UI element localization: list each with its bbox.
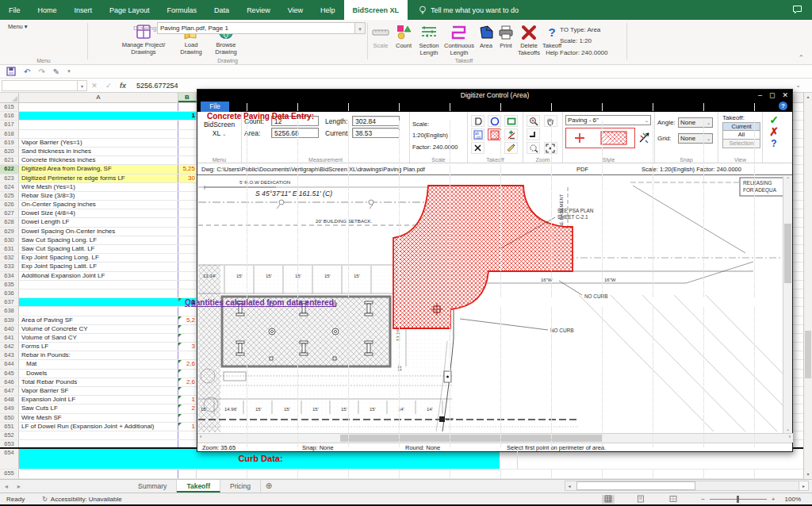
cell-a621[interactable]: Concrete thickness inches xyxy=(19,156,178,164)
cell-b628[interactable] xyxy=(178,218,197,226)
delete-takeoffs-button[interactable]: Delete Takeoffs xyxy=(515,23,542,56)
cell-a629[interactable]: Dowel Spacing On-Center inches xyxy=(19,228,178,236)
ribbon-tab-help[interactable]: Help xyxy=(312,0,344,20)
cell-a633[interactable]: Exp Joint Spacing Latit. LF xyxy=(19,263,178,270)
row-header-645[interactable]: 645 xyxy=(0,370,19,378)
menu-dropdown-button[interactable]: Menu ▾ xyxy=(8,24,28,30)
zoom-out-button[interactable]: − xyxy=(701,496,705,503)
cell-b646[interactable]: 2,6 xyxy=(178,378,197,386)
ribbon-tab-bidscreen-xl[interactable]: BidScreen XL xyxy=(344,0,408,20)
ribbon-tab-formulas[interactable]: Formulas xyxy=(159,0,206,20)
cell-a636[interactable] xyxy=(19,289,178,297)
sheet-tab-pricing[interactable]: Pricing xyxy=(220,480,261,493)
cell-b616[interactable]: 1 xyxy=(178,112,197,120)
cell-a653[interactable] xyxy=(19,440,178,447)
sheet-nav-right-icon[interactable]: ▸ xyxy=(13,480,25,493)
print-button[interactable]: Print xyxy=(496,23,515,50)
enter-icon[interactable]: ✓ xyxy=(102,82,116,90)
row-header-635[interactable]: 635 xyxy=(0,281,19,289)
cell-a626[interactable]: On-Center Spacing inches xyxy=(19,201,178,209)
cell-b630[interactable] xyxy=(178,236,197,244)
cell-b621[interactable] xyxy=(178,156,197,164)
cell-a651[interactable]: LF of Dowel Run (Expansion Joint + Addit… xyxy=(19,423,178,431)
row-header-620[interactable]: 620 xyxy=(0,148,19,155)
cell-a634[interactable]: Additional Expansion Joint LF xyxy=(19,272,178,280)
cell-b636[interactable] xyxy=(178,289,197,297)
cell-b620[interactable] xyxy=(178,148,197,155)
cell-a640[interactable]: Volume of Concrete CY xyxy=(19,325,178,333)
row-header-628[interactable]: 628 xyxy=(0,218,19,226)
row-header-634[interactable]: 634 xyxy=(0,272,19,280)
cell-a641[interactable]: Volume of Sand CY xyxy=(19,334,178,342)
cell-a643[interactable]: Rebar in Pounds: xyxy=(19,351,178,359)
row-header-617[interactable]: 617 xyxy=(0,121,19,128)
cell-b631[interactable] xyxy=(178,245,197,253)
cell-b619[interactable] xyxy=(178,139,197,147)
cell-a625[interactable]: Rebar Size (3/8=3) xyxy=(19,192,178,200)
cell-a623[interactable]: Digitized Perimeter re edge forms LF xyxy=(19,174,178,182)
cell-b640[interactable] xyxy=(178,325,197,333)
cell-b653[interactable] xyxy=(178,440,197,447)
row-header-627[interactable]: 627 xyxy=(0,209,19,217)
save-icon[interactable] xyxy=(6,67,16,76)
sheet-tab-takeoff[interactable]: Takeoff xyxy=(177,480,220,493)
drawing-file-dropdown[interactable]: Paving Plan.pdf, Page 1 xyxy=(157,22,355,34)
row-header-643[interactable]: 643 xyxy=(0,351,19,359)
cell-a619[interactable]: Vapor Barrier (Yes=1) xyxy=(19,139,178,147)
cell-b635[interactable] xyxy=(178,281,197,289)
cell-a650[interactable]: Wire Mesh SF xyxy=(19,414,178,422)
page-break-view-icon[interactable] xyxy=(667,495,680,504)
pen-icon[interactable]: ✎ xyxy=(53,67,59,76)
cell-b618[interactable] xyxy=(178,130,197,138)
cell-b647[interactable] xyxy=(178,387,197,395)
ribbon-tab-home[interactable]: Home xyxy=(29,0,66,20)
row-header-648[interactable]: 648 xyxy=(0,396,19,404)
new-sheet-button[interactable]: ⊕ xyxy=(261,480,277,493)
redo-icon[interactable]: ↷ xyxy=(38,67,44,76)
page-layout-view-icon[interactable] xyxy=(634,495,647,504)
insert-function-icon[interactable]: fx xyxy=(116,82,130,90)
qat-customize-icon[interactable]: ▾ xyxy=(67,68,71,75)
row-header-633[interactable]: 633 xyxy=(0,263,19,270)
cell-a617[interactable] xyxy=(19,121,178,128)
cell-a618[interactable] xyxy=(19,130,178,138)
cell-a654[interactable]: Curb Data: xyxy=(19,449,500,469)
row-header-626[interactable]: 626 xyxy=(0,201,19,209)
cell-b634[interactable] xyxy=(178,272,197,280)
cell-b654[interactable] xyxy=(500,449,518,469)
name-box-dropdown[interactable]: ▾ xyxy=(78,80,87,91)
cell-a645[interactable]: Dowels xyxy=(19,370,178,378)
row-header-654[interactable]: 654 xyxy=(0,449,19,469)
cell-a647[interactable]: Vapor Barrier SF xyxy=(19,387,178,395)
row-header-623[interactable]: 623 xyxy=(0,174,19,182)
row-header-630[interactable]: 630 xyxy=(0,236,19,244)
cell-b624[interactable] xyxy=(178,183,197,191)
row-header-615[interactable]: 615 xyxy=(0,103,19,111)
cell-a622[interactable]: Digitized Area from Drawing, SF xyxy=(19,165,178,173)
cell-b645[interactable] xyxy=(178,370,197,378)
cell-b642[interactable]: 3 xyxy=(178,343,197,351)
row-header-625[interactable]: 625 xyxy=(0,192,19,200)
normal-view-icon[interactable] xyxy=(602,495,615,504)
row-header-621[interactable]: 621 xyxy=(0,156,19,164)
sheet-nav-left-icon[interactable]: ◂ xyxy=(0,480,13,493)
cell-a638[interactable] xyxy=(19,307,178,315)
cell-a620[interactable]: Sand thickness in inches xyxy=(19,148,178,155)
row-header-637[interactable]: 637 xyxy=(0,298,19,306)
undo-icon[interactable]: ↶ xyxy=(24,67,30,76)
row-header-640[interactable]: 640 xyxy=(0,325,19,333)
column-header-a[interactable]: A xyxy=(19,93,178,102)
row-header-624[interactable]: 624 xyxy=(0,183,19,191)
cell-b626[interactable] xyxy=(178,201,197,209)
cell-a630[interactable]: Saw Cut Spacing Long. LF xyxy=(19,236,178,244)
zoom-level[interactable]: 100% xyxy=(785,496,801,503)
row-header-652[interactable]: 652 xyxy=(0,431,19,439)
cell-a632[interactable]: Exp Joint Spacing Long. LF xyxy=(19,254,178,262)
horizontal-scrollbar[interactable]: ◂ xyxy=(565,481,799,491)
row-header-629[interactable]: 629 xyxy=(0,228,19,236)
digitizer-minimize-button[interactable]: – xyxy=(758,90,762,101)
name-box[interactable] xyxy=(2,80,78,91)
cell-a646[interactable]: Total Rebar Pounds xyxy=(19,378,178,386)
cell-b649[interactable]: 2 xyxy=(178,404,197,412)
cell-b633[interactable] xyxy=(178,263,197,270)
